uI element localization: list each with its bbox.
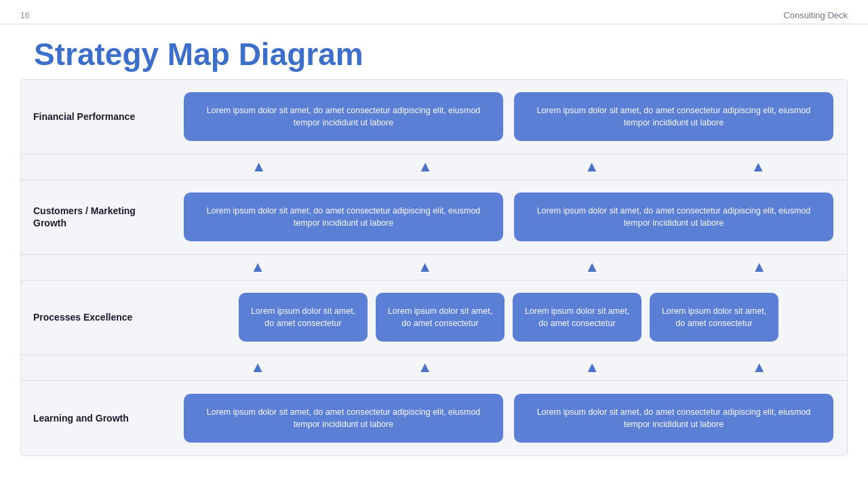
content-customers: Lorem ipsum dolor sit amet, do amet cons…: [170, 183, 847, 251]
card-processes-1: Lorem ipsum dolor sit amet, do amet cons…: [239, 293, 368, 342]
up-arrow-icon: ▲: [752, 260, 767, 274]
up-arrow-icon: ▲: [252, 159, 267, 174]
arrows-customers-financial: ▲ ▲ ▲ ▲: [21, 155, 847, 180]
row-processes: Processes Excellence Lorem ipsum dolor s…: [21, 281, 847, 355]
label-financial: Financial Performance: [21, 102, 170, 131]
deck-title: Consulting Deck: [783, 10, 848, 20]
up-arrow-icon: ▲: [250, 360, 265, 375]
arrows-narrow-area: ▲ ▲ ▲ ▲: [170, 260, 847, 274]
up-arrow-icon: ▲: [752, 360, 767, 375]
card-learning-1: Lorem ipsum dolor sit amet, do amet cons…: [184, 394, 503, 443]
arrow-cell-2: ▲: [348, 159, 504, 174]
row-financial: Financial Performance Lorem ipsum dolor …: [21, 80, 847, 155]
arrow-cell-4: ▲: [681, 159, 837, 174]
up-arrow-icon: ▲: [585, 260, 599, 274]
card-financial-2: Lorem ipsum dolor sit amet, do amet cons…: [514, 92, 833, 141]
card-processes-2: Lorem ipsum dolor sit amet, do amet cons…: [376, 293, 505, 342]
arrow-cell-l1: ▲: [193, 360, 322, 375]
up-arrow-icon: ▲: [751, 159, 766, 174]
strategy-map: Financial Performance Lorem ipsum dolor …: [20, 79, 848, 456]
arrow-cell-n2: ▲: [361, 260, 490, 274]
row-learning: Learning and Growth Lorem ipsum dolor si…: [21, 381, 847, 455]
content-processes: Lorem ipsum dolor sit amet, do amet cons…: [170, 283, 847, 351]
arrow-cell-n3: ▲: [528, 260, 656, 274]
up-arrow-icon: ▲: [418, 159, 433, 174]
up-arrow-icon: ▲: [585, 360, 599, 375]
card-processes-3: Lorem ipsum dolor sit amet, do amet cons…: [513, 293, 642, 342]
label-customers: Customers / Marketing Growth: [21, 197, 170, 237]
page-title: Strategy Map Diagram: [0, 24, 868, 79]
arrows-wide-area: ▲ ▲ ▲ ▲: [170, 159, 847, 174]
card-customers-1: Lorem ipsum dolor sit amet, do amet cons…: [184, 192, 503, 241]
arrow-cell-l3: ▲: [528, 360, 656, 375]
card-learning-2: Lorem ipsum dolor sit amet, do amet cons…: [514, 394, 833, 443]
label-processes: Processes Excellence: [21, 303, 170, 331]
arrows-narrow-area-2: ▲ ▲ ▲ ▲: [170, 360, 847, 375]
arrow-cell-l4: ▲: [695, 360, 824, 375]
arrow-cell-n1: ▲: [193, 260, 322, 274]
card-processes-4: Lorem ipsum dolor sit amet, do amet cons…: [650, 293, 778, 342]
arrow-cell-l2: ▲: [361, 360, 490, 375]
up-arrow-icon: ▲: [418, 260, 433, 274]
up-arrow-icon: ▲: [250, 260, 265, 274]
arrow-cell-1: ▲: [181, 159, 337, 174]
row-customers: Customers / Marketing Growth Lorem ipsum…: [21, 180, 847, 255]
page-number: 16: [20, 11, 29, 20]
content-financial: Lorem ipsum dolor sit amet, do amet cons…: [170, 83, 847, 150]
card-customers-2: Lorem ipsum dolor sit amet, do amet cons…: [514, 192, 833, 241]
arrow-cell-3: ▲: [514, 159, 670, 174]
arrow-cell-n4: ▲: [695, 260, 824, 274]
card-financial-1: Lorem ipsum dolor sit amet, do amet cons…: [184, 92, 503, 141]
up-arrow-icon: ▲: [418, 360, 433, 375]
content-learning: Lorem ipsum dolor sit amet, do amet cons…: [170, 384, 847, 452]
arrows-processes-customers: ▲ ▲ ▲ ▲: [21, 255, 847, 281]
up-arrow-icon: ▲: [585, 159, 599, 174]
label-learning: Learning and Growth: [21, 404, 170, 432]
arrows-learning-processes: ▲ ▲ ▲ ▲: [21, 355, 847, 381]
top-bar: 16 Consulting Deck: [0, 0, 868, 24]
